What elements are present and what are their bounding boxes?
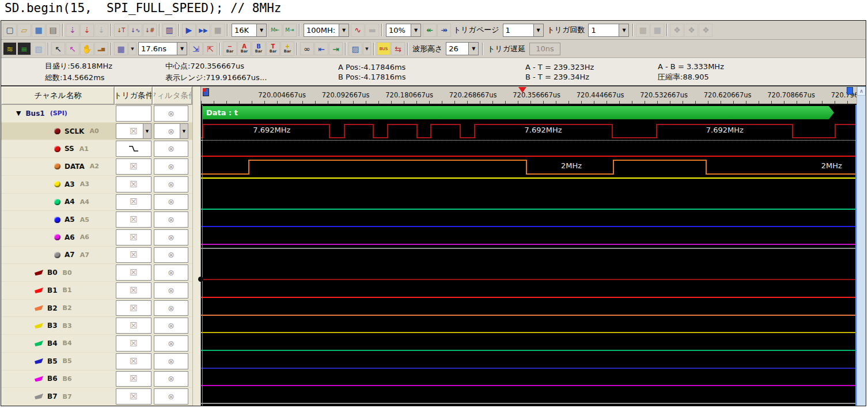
- channel-row-data[interactable]: DATAA2☒⊗: [1, 158, 192, 176]
- splitter-handle-dot[interactable]: [198, 277, 203, 282]
- add-trigger-flag-icon[interactable]: ⇣: [66, 24, 79, 37]
- stack-window-icon[interactable]: ▦: [636, 24, 650, 37]
- wave-row-b0[interactable]: [201, 265, 856, 282]
- trigger-position-combo[interactable]: 10%▼: [386, 24, 421, 37]
- select-tool-icon[interactable]: ↖: [66, 42, 79, 55]
- channel-row-b5[interactable]: B5B5☒⊗: [1, 353, 192, 371]
- channel-row-sclk[interactable]: SCLKA0☒▼⊗▼: [1, 123, 192, 141]
- channel-label-b6[interactable]: B6B6: [1, 371, 115, 388]
- trigger-condition-cell-a4[interactable]: ☒: [116, 194, 151, 210]
- trigger-condition-cell-b4[interactable]: ☒: [116, 335, 151, 352]
- trigger-position-marker[interactable]: [518, 87, 526, 93]
- panel-splitter[interactable]: [193, 86, 201, 406]
- channel-label-a5[interactable]: A5A5: [1, 211, 115, 228]
- filter-condition-cell-a4[interactable]: ⊗: [154, 194, 188, 210]
- channel-row-a3[interactable]: A3A3☒⊗: [1, 176, 192, 194]
- a-bar-button[interactable]: ABar: [237, 41, 251, 56]
- filter-condition-cell-data[interactable]: ⊗: [154, 158, 188, 175]
- trigger-condition-cell-b1[interactable]: ☒: [116, 282, 151, 299]
- zoom-to-fit-icon[interactable]: ⇲: [189, 42, 203, 55]
- wave-row-b3[interactable]: [201, 318, 856, 335]
- goto-prev-edge-icon[interactable]: ⇤: [314, 42, 328, 55]
- goto-next-edge-icon[interactable]: ⇥: [329, 42, 343, 55]
- channel-label-data[interactable]: DATAA2: [1, 158, 115, 175]
- add-bar-button[interactable]: +Bar: [281, 41, 294, 56]
- channel-label-a6[interactable]: A6A6: [1, 229, 115, 246]
- time-scale-combo-dropdown-icon[interactable]: ▼: [177, 43, 187, 55]
- hand-tool-icon[interactable]: ✋: [80, 42, 94, 55]
- trigger-dropdown-icon[interactable]: ▼: [143, 124, 151, 139]
- vertical-scrollbar[interactable]: ∧: [856, 86, 866, 406]
- signal-pulse-icon[interactable]: ∿: [351, 24, 365, 37]
- tile-window-icon[interactable]: ▦: [650, 24, 664, 37]
- channel-label-b7[interactable]: B7B7: [1, 388, 115, 405]
- measure-tool-icon[interactable]: ▂▅: [94, 42, 108, 55]
- wave-row-b4[interactable]: [201, 335, 856, 353]
- run-icon[interactable]: ▶: [182, 24, 196, 37]
- filter-condition-cell-a3[interactable]: ⊗: [154, 176, 188, 192]
- grid-style-dropdown[interactable]: ▼: [128, 42, 137, 55]
- b-bar-button[interactable]: BBar: [252, 41, 266, 56]
- channel-label-a3[interactable]: A3A3: [1, 176, 115, 193]
- trigger-condition-cell-data[interactable]: ☒: [116, 158, 151, 175]
- search-icon[interactable]: ∞: [300, 42, 314, 55]
- trigger-condition-cell-ss[interactable]: [116, 141, 151, 157]
- wave-row-a3[interactable]: [201, 176, 856, 194]
- trigger-condition-header[interactable]: トリガ条件: [115, 86, 153, 105]
- wave-row-a6[interactable]: [201, 229, 856, 247]
- trigger-condition-cell-b7[interactable]: ☒: [116, 388, 151, 405]
- shift-screen-right-icon[interactable]: ↠: [437, 24, 451, 37]
- filter-condition-header[interactable]: フィルタ条件: [153, 86, 192, 105]
- filter-condition-cell-b4[interactable]: ⊗: [154, 335, 188, 352]
- filter-condition-cell-b3[interactable]: ⊗: [154, 318, 188, 334]
- filter-condition-cell-b5[interactable]: ⊗: [154, 353, 188, 369]
- trigger-condition-cell-b2[interactable]: ☒: [116, 300, 151, 316]
- trigger-position-combo-dropdown-icon[interactable]: ▼: [411, 24, 420, 36]
- wave-row-a5[interactable]: [201, 211, 856, 229]
- cursor-b-line[interactable]: [855, 105, 856, 406]
- scroll-up-arrow[interactable]: ∧: [857, 86, 866, 96]
- channel-row-b2[interactable]: B2B2☒⊗: [1, 300, 192, 318]
- channel-label-b0[interactable]: B0B0: [1, 264, 115, 281]
- new-file-icon[interactable]: ▢: [3, 24, 17, 37]
- trigger-condition-cell-a6[interactable]: ☒: [116, 229, 151, 245]
- pulse-trigger-icon[interactable]: ↓∿: [128, 24, 142, 37]
- wave-height-combo[interactable]: 26▼: [446, 42, 479, 55]
- signal-flat-icon[interactable]: ▬: [365, 24, 379, 37]
- wave-row-b1[interactable]: [201, 282, 856, 300]
- trigger-condition-cell-a7[interactable]: ☒: [116, 247, 151, 263]
- navigator-view-icon[interactable]: ▧: [32, 42, 46, 55]
- channel-row-ss[interactable]: SSA1⊗: [1, 140, 192, 158]
- wave-row-b6[interactable]: [201, 371, 856, 388]
- pin-trigger-icon[interactable]: ↓T: [114, 24, 128, 37]
- wave-row-a7[interactable]: [201, 247, 856, 265]
- run-repeat-icon[interactable]: ▶▶: [196, 24, 210, 37]
- trigger-condition-cell-bus1[interactable]: [116, 105, 151, 122]
- goto-marker-m1-icon[interactable]: M⇤: [268, 24, 282, 37]
- filter-condition-cell-b2[interactable]: ⊗: [154, 300, 188, 316]
- channel-row-b7[interactable]: B7B7☒⊗: [1, 388, 192, 406]
- module-1-icon[interactable]: ❖: [670, 24, 684, 37]
- channel-row-b1[interactable]: B1B1☒⊗: [1, 282, 192, 300]
- trigger-condition-cell-a3[interactable]: ☒: [116, 176, 151, 192]
- sample-rate-combo[interactable]: 100MH:▼: [304, 24, 349, 37]
- listing-view-icon[interactable]: ≡: [17, 42, 31, 55]
- wave-row-data[interactable]: 2MHz2MHz: [201, 158, 856, 176]
- time-scale-combo[interactable]: 17.6ns▼: [138, 42, 187, 55]
- bus-trigger-settings-icon[interactable]: ▥: [162, 24, 176, 37]
- channel-row-a4[interactable]: A4A4☒⊗: [1, 194, 192, 211]
- zoom-selection-icon[interactable]: ⇱: [203, 42, 217, 55]
- filter-condition-cell-b1[interactable]: ⊗: [154, 282, 188, 299]
- channel-row-b6[interactable]: B6B6☒⊗: [1, 371, 192, 388]
- trigger-condition-cell-sclk[interactable]: ☒▼: [116, 123, 151, 139]
- trigger-delay-field[interactable]: 10ns: [529, 43, 560, 55]
- wave-height-combo-dropdown-icon[interactable]: ▼: [468, 43, 478, 55]
- t-bar-button[interactable]: TBar: [266, 41, 280, 56]
- trigger-condition-cell-a5[interactable]: ☒: [116, 211, 151, 228]
- edit-trigger-flag-icon[interactable]: ⇣: [80, 24, 94, 37]
- channel-row-a6[interactable]: A6A6☒⊗: [1, 229, 192, 247]
- pointer-tool-icon[interactable]: ↖: [51, 42, 65, 55]
- memory-depth-combo-dropdown-icon[interactable]: ▼: [256, 24, 266, 36]
- sample-rate-combo-dropdown-icon[interactable]: ▼: [339, 24, 348, 36]
- channel-label-sclk[interactable]: SCLKA0: [1, 123, 115, 140]
